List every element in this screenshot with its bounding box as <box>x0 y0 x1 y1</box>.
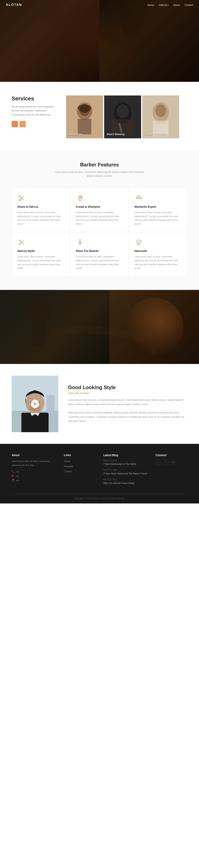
blog-date-3: March 20, 2018 <box>104 478 148 480</box>
footer-address: 📍 xxx <box>12 479 56 482</box>
cream-illustration <box>142 95 179 138</box>
footer-email: ✉ xxx <box>12 475 56 477</box>
svg-rect-60 <box>22 413 49 432</box>
blog-title-1[interactable]: 7 Best Destination In The World <box>104 462 148 466</box>
nav-links: Home Haircut About Contact <box>147 3 193 7</box>
svg-line-22 <box>21 197 24 200</box>
instagram-icon[interactable]: in <box>170 459 176 465</box>
footer-col-links: Links About Hairstyle Contact <box>64 454 95 488</box>
phone-icon: 📞 <box>12 470 14 473</box>
footer-blog-title: Latest Blog <box>104 454 148 457</box>
bottle-icon <box>76 194 84 203</box>
haircomb-icon <box>134 238 143 247</box>
footer-about-title: About <box>12 454 56 457</box>
feature-name-razor: Razor For Beards <box>76 249 123 252</box>
footer-about-text: Lorem ipsum dolor sit amet, consectetur … <box>12 459 56 467</box>
svg-point-28 <box>81 197 82 198</box>
svg-point-19 <box>19 199 21 201</box>
logo[interactable]: ALOTAN <box>6 3 22 7</box>
footer-connect-title: Connect <box>156 454 187 457</box>
navigation: ALOTAN Home Haircut About Contact <box>0 0 199 10</box>
nav-contact[interactable]: Contact <box>185 3 193 6</box>
footer-copyright: Copyright © 2025 Company name All rights… <box>12 494 187 500</box>
footer-col-about: About Lorem ipsum dolor sit amet, consec… <box>12 454 56 488</box>
services-left: Services Far far away, behind the word m… <box>12 95 54 127</box>
feature-text-mustache: Lorem ipsum dolor sit amet, consectetur … <box>134 211 182 226</box>
feature-shave-haircut: Shave & Haircut Lorem ipsum dolor sit am… <box>12 188 70 232</box>
svg-rect-18 <box>156 120 166 124</box>
feature-text-styler: Lorem ipsum dolor sit amet, consectetur … <box>17 255 65 270</box>
services-arrows: ← → <box>12 121 54 127</box>
footer-link-about[interactable]: About <box>64 460 70 463</box>
play-triangle-icon <box>34 402 37 405</box>
svg-rect-49 <box>137 240 141 243</box>
feature-name-cream: Cream & Shampoo <box>76 205 123 208</box>
nav-home[interactable]: Home <box>147 3 154 6</box>
feature-haircut-styler: Haircut Styler Lorem ipsum dolor sit ame… <box>12 232 70 276</box>
footer-email-text: xxx <box>16 475 19 477</box>
footer-contact-list: 📞 xxx ✉ xxx 📍 xxx <box>12 470 56 482</box>
feature-name-haircomb: Haircomb <box>134 249 182 252</box>
razor-icon <box>76 238 84 247</box>
blog-title-3[interactable]: Why You Should Travel Today <box>104 482 148 485</box>
social-icons: f t in <box>156 459 187 465</box>
haircutting-illustration <box>66 95 103 138</box>
svg-point-54 <box>28 301 49 326</box>
service-card-cream[interactable]: Cream & Shampoo <box>142 95 179 138</box>
facebook-icon[interactable]: f <box>156 459 161 465</box>
style-image-wrapper <box>12 376 58 432</box>
nav-haircut[interactable]: Haircut <box>159 3 167 6</box>
style-title: Good Looking Style <box>68 384 187 391</box>
services-section: Services Far far away, behind the word m… <box>0 82 199 150</box>
footer-link-hairstyle[interactable]: Hairstyle <box>64 465 73 468</box>
style-subtitle: Start with us today <box>68 392 187 395</box>
svg-rect-59 <box>47 395 54 411</box>
svg-point-38 <box>19 240 21 242</box>
play-button[interactable] <box>31 400 39 408</box>
services-next-button[interactable]: → <box>19 121 26 127</box>
feature-cream-shampoo: Cream & Shampoo Lorem ipsum dolor sit am… <box>70 188 129 232</box>
service-card-haircutting[interactable]: Haircutting <box>66 95 103 138</box>
style-text: Lorem ipsum dolor sit amet, consectetur … <box>68 398 187 423</box>
feature-haircomb: Haircomb Lorem ipsum dolor sit amet, con… <box>129 232 187 276</box>
feature-razor-beards: Razor For Beards Lorem ipsum dolor sit a… <box>70 232 129 276</box>
services-prev-button[interactable]: ← <box>12 121 18 127</box>
scissors-icon <box>17 194 26 203</box>
svg-point-3 <box>120 10 144 37</box>
shaving-illustration <box>104 95 141 138</box>
parallax-illustration <box>0 290 199 364</box>
copyright-text: Copyright © 2025 Company name All rights… <box>74 497 125 500</box>
footer-link-contact[interactable]: Contact <box>64 470 72 473</box>
blog-date-2: March 20, 2018 <box>104 469 148 471</box>
footer-phone-text: xxx <box>16 470 19 473</box>
email-icon: ✉ <box>12 475 14 477</box>
feature-text-cream: Lorem ipsum dolor sit amet, consectetur … <box>76 211 123 226</box>
service-card-label-cream: Cream & Shampoo <box>145 133 167 135</box>
style-image <box>12 376 58 432</box>
nav-about[interactable]: About <box>173 3 180 6</box>
svg-point-37 <box>19 243 21 245</box>
features-grid: Shave & Haircut Lorem ipsum dolor sit am… <box>12 188 187 276</box>
feature-name-styler: Haircut Styler <box>17 249 65 252</box>
feature-text-shave: Lorem ipsum dolor sit amet, consectetur … <box>17 211 65 226</box>
mustache-icon <box>134 194 143 203</box>
service-card-bg-haircutting <box>66 95 103 138</box>
style-content: Good Looking Style Start with us today L… <box>68 384 187 423</box>
footer-col-connect: Connect f t in <box>156 454 187 488</box>
location-icon: 📍 <box>12 479 14 482</box>
svg-rect-9 <box>78 119 91 134</box>
blog-item-2: March 20, 2018 4 Hour Work Week And The … <box>104 469 148 475</box>
service-card-shaving[interactable]: Beard Shaving <box>104 95 141 138</box>
svg-rect-48 <box>79 242 81 243</box>
twitter-icon[interactable]: t <box>163 459 168 465</box>
blog-title-2[interactable]: 4 Hour Work Week And The Rest to Travel <box>104 472 148 475</box>
feature-text-haircomb: Lorem ipsum dolor sit amet, consectetur … <box>134 255 182 270</box>
blog-item-3: March 20, 2018 Why You Should Travel Tod… <box>104 478 148 485</box>
feature-text-razor: Lorem ipsum dolor sit amet, consectetur … <box>76 255 123 270</box>
feature-name-mustache: Mustache Expert <box>134 205 182 208</box>
parallax-section <box>0 290 199 364</box>
svg-point-20 <box>19 195 21 197</box>
comb-icon <box>17 238 26 247</box>
footer: About Lorem ipsum dolor sit amet, consec… <box>0 444 199 503</box>
service-card-bg-cream <box>142 95 179 138</box>
